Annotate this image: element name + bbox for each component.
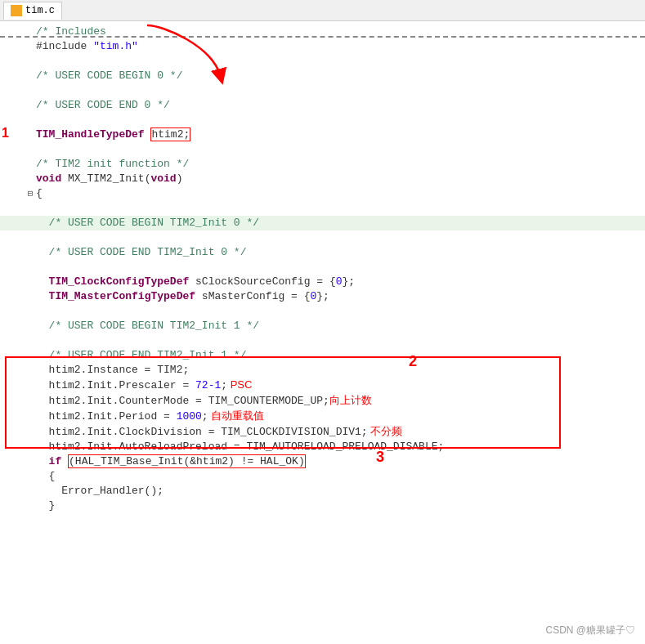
line-master-config: TIM_MasterConfigTypeDef sMasterConfig = … bbox=[0, 289, 645, 304]
line-handletype: TIM_HandleTypeDef htim2; 1 bbox=[0, 127, 645, 142]
line-empty-2 bbox=[0, 83, 645, 98]
line-empty-final bbox=[0, 513, 645, 528]
line-empty-6 bbox=[0, 230, 645, 245]
line-uce-tim2-0: /* USER CODE END TIM2_Init 0 */ bbox=[0, 245, 645, 260]
line-open-brace: ⊟ { bbox=[0, 186, 645, 201]
line-empty-1 bbox=[0, 54, 645, 69]
line-includes: /* Includes bbox=[0, 25, 645, 39]
line-ucb-tim2-0: /* USER CODE BEGIN TIM2_Init 0 */ bbox=[0, 216, 645, 230]
line-void-init: void MX_TIM2_Init(void) bbox=[0, 172, 645, 186]
tab-filename: tim.c bbox=[25, 5, 55, 16]
line-prescaler: htim2.Init.Prescaler = 72-1; PSC bbox=[0, 378, 645, 393]
line-error-handler: Error_Handler(); bbox=[0, 484, 645, 499]
line-ucb-tim2-1: /* USER CODE BEGIN TIM2_Init 1 */ bbox=[0, 319, 645, 333]
line-uce-tim2-1: /* USER CODE END TIM2_Init 1 */ bbox=[0, 348, 645, 363]
line-clock-config: TIM_ClockConfigTypeDef sClockSourceConfi… bbox=[0, 275, 645, 289]
line-empty-7 bbox=[0, 260, 645, 275]
watermark: CSDN @糖果罐子♡ bbox=[545, 624, 635, 637]
line-empty-3 bbox=[0, 113, 645, 127]
line-empty-5 bbox=[0, 201, 645, 216]
line-empty-4 bbox=[0, 142, 645, 157]
line-ucb0: /* USER CODE BEGIN 0 */ bbox=[0, 69, 645, 83]
line-hal-if: if (HAL_TIM_Base_Init(&htim2) != HAL_OK) bbox=[0, 454, 645, 469]
line-period: htim2.Init.Period = 1000; 自动重载值 bbox=[0, 409, 645, 424]
line-close-brace2: } bbox=[0, 499, 645, 513]
line-open-brace2: { bbox=[0, 469, 645, 484]
line-countermode: htim2.Init.CounterMode = TIM_COUNTERMODE… bbox=[0, 393, 645, 409]
line-tim2-comment: /* TIM2 init function */ bbox=[0, 157, 645, 172]
tab-bar: tim.c bbox=[0, 0, 645, 21]
line-autoreload: htim2.Init.AutoReloadPreload = TIM_AUTOR… bbox=[0, 440, 645, 454]
code-area: /* Includes #include "tim.h" /* USER COD… bbox=[0, 21, 645, 644]
line-empty-8 bbox=[0, 304, 645, 319]
file-c-icon bbox=[11, 5, 22, 16]
file-tab[interactable]: tim.c bbox=[3, 2, 62, 20]
line-clockdiv: htim2.Init.ClockDivision = TIM_CLOCKDIVI… bbox=[0, 424, 645, 440]
line-instance: htim2.Instance = TIM2; bbox=[0, 363, 645, 378]
annotation-num1: 1 bbox=[2, 126, 9, 141]
line-include-tim: #include "tim.h" bbox=[0, 39, 645, 54]
line-empty-9 bbox=[0, 333, 645, 348]
line-uce0: /* USER CODE END 0 */ bbox=[0, 98, 645, 113]
